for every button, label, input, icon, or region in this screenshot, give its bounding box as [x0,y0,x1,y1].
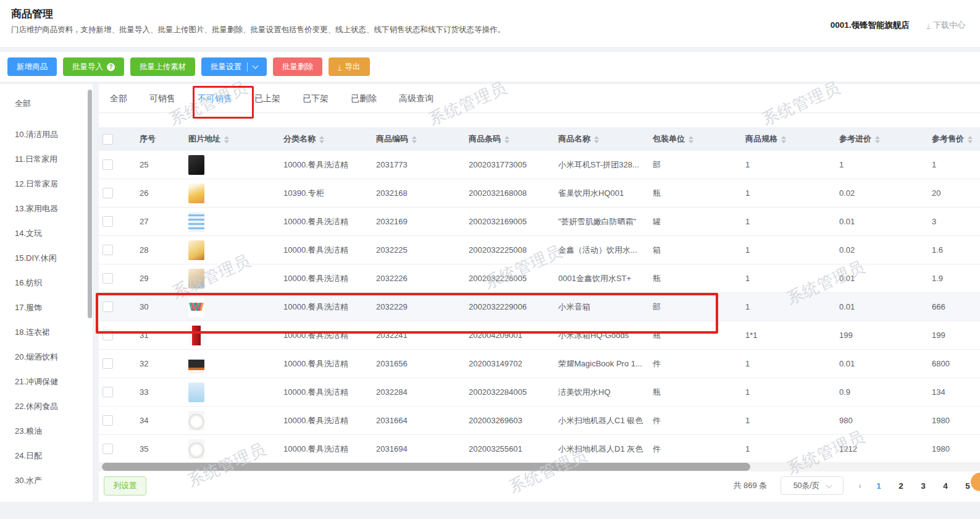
add-product-button[interactable]: 新增商品 [7,57,57,76]
row-checkbox[interactable] [103,358,113,369]
product-image[interactable] [188,439,204,459]
product-image[interactable] [188,411,204,431]
horizontal-scrollbar-track[interactable] [99,462,980,471]
sidebar-scrollbar[interactable] [88,90,92,318]
sidebar-item-6[interactable]: 14.文玩 [0,221,93,246]
cell-thumb [178,435,278,463]
cell-code: 2032229 [371,293,463,321]
sidebar-item-15[interactable]: 24.日配 [0,444,93,468]
product-image[interactable] [188,184,204,203]
cell-cost: 0.01 [834,293,926,321]
row-checkbox[interactable] [103,188,113,198]
sort-icon[interactable] [412,136,417,143]
tab-可销售[interactable]: 可销售 [138,84,186,112]
sidebar-item-7[interactable]: 15.DIY.休闲 [0,246,93,271]
row-checkbox[interactable] [103,245,113,255]
tab-不可销售[interactable]: 不可销售 [186,84,243,112]
export-button[interactable]: ↓导出 [329,57,370,76]
cell-thumb [178,350,278,378]
cell-price: 199 [926,321,980,350]
sort-icon[interactable] [319,136,324,143]
product-image[interactable] [188,240,204,260]
cell-barcode: 2002032229006 [463,293,553,321]
page-button-1[interactable]: 1 [873,481,885,491]
batch-delete-button[interactable]: 批量删除 [273,57,322,76]
cell-thumb [178,264,278,293]
column-header-thumb: 图片地址 [178,127,278,151]
sidebar-item-13[interactable]: 22.休闲食品 [0,394,93,419]
cell-cost: 980 [834,407,926,435]
sidebar-item-8[interactable]: 16.纺织 [0,271,93,295]
cell-barcode: 202003269603 [463,407,553,435]
cell-cost: 199 [834,321,926,350]
sidebar-item-16[interactable]: 30.水产 [0,468,93,493]
page-size-select[interactable]: 50条/页 [781,476,844,495]
sidebar-item-12[interactable]: 21.冲调保健 [0,369,93,394]
tab-已删除[interactable]: 已删除 [340,84,388,112]
row-checkbox[interactable] [103,415,113,426]
sidebar-item-11[interactable]: 20.烟酒饮料 [0,345,93,369]
cell-spec: 1*1 [740,321,834,350]
batch-upload-material-button[interactable]: 批量上传素材 [130,57,195,76]
sidebar-item-2[interactable]: 10.清洁用品 [0,122,93,147]
row-checkbox[interactable] [103,159,113,170]
sort-icon[interactable] [875,136,880,143]
row-checkbox[interactable] [103,444,113,454]
product-image[interactable] [188,155,204,175]
sidebar-item-3[interactable]: 11.日常家用 [0,147,93,172]
tab-已上架[interactable]: 已上架 [243,84,291,112]
batch-import-button[interactable]: 批量导入? [63,57,124,76]
tab-已下架[interactable]: 已下架 [291,84,340,112]
tab-高级查询[interactable]: 高级查询 [388,84,445,112]
sidebar-item-10[interactable]: 18.连衣裙 [0,320,93,345]
column-header-name: 商品名称 [553,127,647,151]
sort-icon[interactable] [224,136,229,143]
batch-upload-material-label: 批量上传素材 [140,62,186,72]
sort-icon[interactable] [505,136,509,143]
batch-settings-button[interactable]: 批量设置 [201,57,267,76]
download-center-link[interactable]: ↓ 下载中心 [927,20,966,31]
sort-icon[interactable] [968,136,973,143]
sidebar-item-14[interactable]: 23.粮油 [0,419,93,444]
chevron-down-icon[interactable] [253,63,259,69]
select-all-checkbox[interactable] [103,134,113,145]
cell-code: 2031694 [371,435,463,463]
cell-name: 金鑫（活动）饮用水... [553,236,647,264]
product-image[interactable] [188,212,204,232]
page-numbers: 12345 [873,481,974,491]
sort-icon[interactable] [594,136,599,143]
product-image[interactable] [188,269,204,289]
horizontal-scrollbar-thumb[interactable] [102,463,750,471]
product-image[interactable] [188,354,204,374]
row-checkbox[interactable] [103,387,113,397]
column-header-seq: 序号 [127,127,178,151]
page-header: 商品管理 门店维护商品资料，支持新增、批量导入、批量上传图片、批量删除、批量设置… [0,0,980,47]
sidebar-item-1[interactable]: 全部 [0,91,93,116]
product-image[interactable]: W [188,297,204,317]
column-settings-button[interactable]: 列设置 [104,476,146,496]
product-image[interactable] [188,382,204,402]
cell-seq: 26 [127,179,178,208]
cell-barcode: 2002032226005 [463,264,553,293]
cell-name: 小米音箱 [553,293,647,321]
prev-page-button[interactable]: ‹ [858,481,861,491]
sidebar-item-5[interactable]: 13.家用电器 [0,196,93,221]
page-button-2[interactable]: 2 [895,481,907,491]
sidebar-item-9[interactable]: 17.服饰 [0,295,93,320]
row-checkbox[interactable] [103,330,113,340]
cell-seq: 29 [127,264,178,293]
row-checkbox[interactable] [103,302,113,312]
row-checkbox[interactable] [103,216,113,227]
cell-spec: 1 [740,236,834,264]
sort-icon[interactable] [689,136,693,143]
sort-icon[interactable] [781,136,786,143]
sidebar-item-4[interactable]: 12.日常家居 [0,172,93,196]
cell-unit: 箱 [647,236,740,264]
product-image[interactable] [188,326,204,345]
tab-全部[interactable]: 全部 [99,84,138,112]
page-button-4[interactable]: 4 [939,481,952,491]
row-checkbox[interactable] [103,273,113,284]
question-circle-icon: ? [107,63,115,71]
page-button-3[interactable]: 3 [917,481,929,491]
store-name: 0001.领锋智能旗舰店 [831,20,910,31]
